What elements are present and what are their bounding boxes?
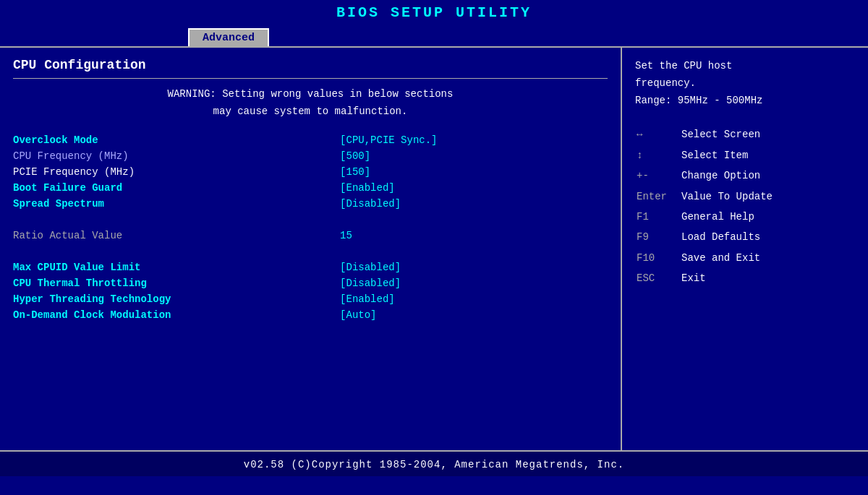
keybind-row: +- Change Option [637, 166, 854, 185]
row-label: PCIE Frequency (MHz) [13, 164, 340, 180]
keybind-desc: Select Item [681, 146, 854, 165]
help-line2: frequency. [635, 77, 696, 89]
keybind-desc: Select Screen [681, 125, 854, 144]
row-label: CPU Thermal Throttling [13, 275, 340, 291]
warning-line2: may cause system to malfunction. [213, 106, 408, 117]
section-title: CPU Configuration [13, 58, 608, 72]
row-value: [CPU,PCIE Sync.] [340, 132, 608, 148]
keybind-row: ↔ Select Screen [637, 125, 854, 144]
keybind-desc: General Help [681, 207, 854, 226]
row-label: Ratio Actual Value [13, 228, 340, 244]
row-value: [Disabled] [340, 196, 608, 212]
row-label: Boot Failure Guard [13, 180, 340, 196]
right-panel: Set the CPU host frequency. Range: 95MHz… [622, 48, 868, 450]
config-table: Overclock Mode [CPU,PCIE Sync.] CPU Freq… [13, 132, 608, 323]
keybind-desc: Value To Update [681, 187, 854, 206]
row-label: Overclock Mode [13, 132, 340, 148]
keybind-key: F9 [637, 228, 680, 246]
table-row-spacer [13, 212, 608, 228]
title-bar: BIOS SETUP UTILITY [0, 0, 868, 25]
table-row[interactable]: Boot Failure Guard [Enabled] [13, 180, 608, 196]
row-value: [Disabled] [340, 259, 608, 275]
row-value: [Disabled] [340, 275, 608, 291]
table-row[interactable]: PCIE Frequency (MHz) [150] [13, 164, 608, 180]
table-row[interactable]: Hyper Threading Technology [Enabled] [13, 291, 608, 307]
keybind-key: Enter [637, 187, 680, 206]
row-label: CPU Frequency (MHz) [13, 148, 340, 164]
keybind-desc: Change Option [681, 166, 854, 185]
footer: v02.58 (C)Copyright 1985-2004, American … [0, 450, 868, 476]
row-value: [500] [340, 148, 608, 164]
row-label: Spread Spectrum [13, 196, 340, 212]
table-row[interactable]: CPU Frequency (MHz) [500] [13, 148, 608, 164]
row-value: [Auto] [340, 307, 608, 323]
table-row[interactable]: CPU Thermal Throttling [Disabled] [13, 275, 608, 291]
table-row: Ratio Actual Value 15 [13, 228, 608, 244]
table-row[interactable]: On-Demand Clock Modulation [Auto] [13, 307, 608, 323]
help-line3: Range: 95MHz - 500MHz [635, 95, 762, 106]
main-content: CPU Configuration WARNING: Setting wrong… [0, 46, 868, 450]
warning-line1: WARNING: Setting wrong values in below s… [168, 88, 454, 100]
keybind-key: F10 [637, 249, 680, 267]
keybind-row: ESC Exit [637, 269, 854, 288]
divider [13, 78, 608, 79]
table-row-spacer [13, 244, 608, 259]
footer-text: v02.58 (C)Copyright 1985-2004, American … [244, 459, 624, 470]
table-row[interactable]: Max CPUID Value Limit [Disabled] [13, 259, 608, 275]
keybind-key: ↕ [637, 146, 680, 165]
table-row[interactable]: Spread Spectrum [Disabled] [13, 196, 608, 212]
keybind-key: ESC [637, 269, 680, 288]
keybind-row: ↕ Select Item [637, 146, 854, 165]
title-text: BIOS SETUP UTILITY [336, 4, 532, 21]
tab-advanced-label: Advanced [203, 32, 255, 44]
row-value: 15 [340, 228, 608, 244]
keybind-row: F10 Save and Exit [637, 249, 854, 267]
help-text: Set the CPU host frequency. Range: 95MHz… [635, 58, 855, 109]
row-label: Max CPUID Value Limit [13, 259, 340, 275]
keybind-row: F9 Load Defaults [637, 228, 854, 246]
tab-advanced[interactable]: Advanced [188, 28, 269, 46]
keybind-key: ↔ [637, 125, 680, 144]
keybind-table: ↔ Select Screen ↕ Select Item +- Change … [635, 124, 855, 289]
row-value: [Enabled] [340, 291, 608, 307]
warning-text: WARNING: Setting wrong values in below s… [13, 86, 608, 121]
keybind-row: Enter Value To Update [637, 187, 854, 206]
keybind-row: F1 General Help [637, 207, 854, 226]
row-value: [Enabled] [340, 180, 608, 196]
tab-bar: Advanced [0, 25, 868, 46]
row-label: On-Demand Clock Modulation [13, 307, 340, 323]
keybind-key: +- [637, 166, 680, 185]
table-row[interactable]: Overclock Mode [CPU,PCIE Sync.] [13, 132, 608, 148]
help-line1: Set the CPU host [635, 60, 732, 72]
row-label: Hyper Threading Technology [13, 291, 340, 307]
keybind-desc: Load Defaults [681, 228, 854, 246]
keybind-key: F1 [637, 207, 680, 226]
left-panel: CPU Configuration WARNING: Setting wrong… [0, 48, 622, 450]
keybind-desc: Exit [681, 269, 854, 288]
keybind-desc: Save and Exit [681, 249, 854, 267]
row-value: [150] [340, 164, 608, 180]
